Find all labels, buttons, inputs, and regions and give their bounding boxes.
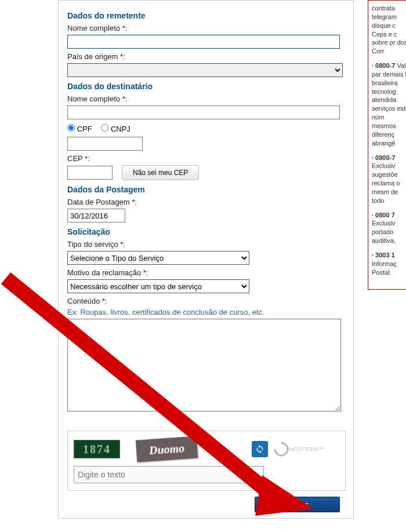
recaptcha-icon bbox=[274, 442, 289, 457]
sidebar-text-3: Informaç Postal. bbox=[372, 260, 397, 276]
label-cep: CEP *: bbox=[67, 154, 345, 163]
radio-cpf-label[interactable]: CPF bbox=[67, 125, 94, 133]
doc-type-row: CPF CNPJ bbox=[67, 124, 345, 133]
content-textarea[interactable] bbox=[67, 319, 341, 411]
label-content: Conteúdo *: bbox=[67, 297, 345, 305]
origin-country-select[interactable] bbox=[67, 63, 343, 77]
refresh-icon bbox=[255, 444, 264, 454]
recipient-fullname-input[interactable] bbox=[67, 105, 340, 119]
label-sender-fullname: Nome completo *: bbox=[67, 24, 345, 32]
cep-unknown-button[interactable]: Não sei meu CEP bbox=[122, 165, 199, 180]
sidebar-phone-0: · 0800-7 bbox=[372, 62, 395, 69]
section-recipient: Dados do destinatário bbox=[67, 82, 345, 91]
sidebar-info: contrata telegram disque c Ceps e c sobr… bbox=[368, 0, 406, 290]
cep-input[interactable] bbox=[67, 166, 113, 180]
complaint-reason-select[interactable]: Necessário escolher um tipo de serviço bbox=[67, 279, 249, 293]
sender-fullname-input[interactable] bbox=[67, 35, 340, 49]
content-hint: Ex: Roupas, livros, certificados de conc… bbox=[67, 308, 345, 316]
label-recipient-fullname: Nome completo *: bbox=[67, 94, 345, 103]
section-request: Solicitação bbox=[67, 227, 345, 236]
sidebar-phone-3: · 3003 1 bbox=[372, 252, 395, 258]
service-type-select[interactable]: Selecione o Tipo do Serviço bbox=[67, 251, 249, 265]
recaptcha-text: reCAPTCHA™ bbox=[289, 446, 324, 452]
radio-cnpj-text: CNPJ bbox=[111, 125, 130, 133]
label-posting-date: Data de Postagem *: bbox=[67, 198, 345, 206]
sidebar-phone-1: · 0800-7 bbox=[372, 154, 395, 161]
sidebar-intro: contrata telegram disque c Ceps e c sobr… bbox=[372, 4, 406, 56]
sidebar-text-2: Exclusiv portado auditiva. bbox=[372, 220, 396, 244]
section-posting: Dados da Postagem bbox=[67, 185, 345, 194]
captcha-refresh-button[interactable] bbox=[252, 441, 268, 457]
posting-date-input[interactable] bbox=[67, 209, 125, 223]
label-service-type: Tipo do serviço *: bbox=[67, 240, 345, 249]
captcha-input[interactable] bbox=[74, 466, 264, 483]
radio-cpf[interactable] bbox=[67, 124, 75, 132]
captcha-word-2: Duomo bbox=[136, 436, 198, 462]
sidebar-text-1: Exclusiv sugestõe reclama o mesm de todo bbox=[372, 162, 400, 203]
label-origin-country: País de origem *: bbox=[67, 52, 345, 61]
sidebar-item-0: · 0800-7 Vale par demais l brasileira te… bbox=[372, 61, 406, 147]
sidebar-text-0: Vale par demais l brasileira tecnolog at… bbox=[372, 62, 406, 147]
sidebar-phone-2: · 0800 7 bbox=[372, 212, 395, 218]
sidebar-item-3: · 3003 1 Informaç Postal. bbox=[372, 251, 406, 277]
submit-button[interactable]: Enviar bbox=[255, 497, 340, 512]
captcha-word-1: 1874 bbox=[74, 440, 120, 458]
sidebar-item-2: · 0800 7 Exclusiv portado auditiva. bbox=[372, 211, 406, 245]
sidebar-item-1: · 0800-7 Exclusiv sugestõe reclama o mes… bbox=[372, 154, 406, 205]
radio-cpf-text: CPF bbox=[77, 125, 92, 133]
form-container: Dados do remetente Nome completo *: País… bbox=[58, 0, 354, 519]
doc-number-input[interactable] bbox=[67, 137, 143, 151]
radio-cnpj[interactable] bbox=[101, 124, 108, 132]
label-complaint-reason: Motivo da reclamação *: bbox=[67, 268, 345, 277]
captcha-container: 1874 Duomo reCAPTCHA™ bbox=[67, 431, 346, 491]
radio-cnpj-label[interactable]: CNPJ bbox=[101, 125, 130, 133]
section-sender: Dados do remetente bbox=[67, 11, 345, 20]
recaptcha-badge: reCAPTCHA™ bbox=[274, 442, 324, 457]
